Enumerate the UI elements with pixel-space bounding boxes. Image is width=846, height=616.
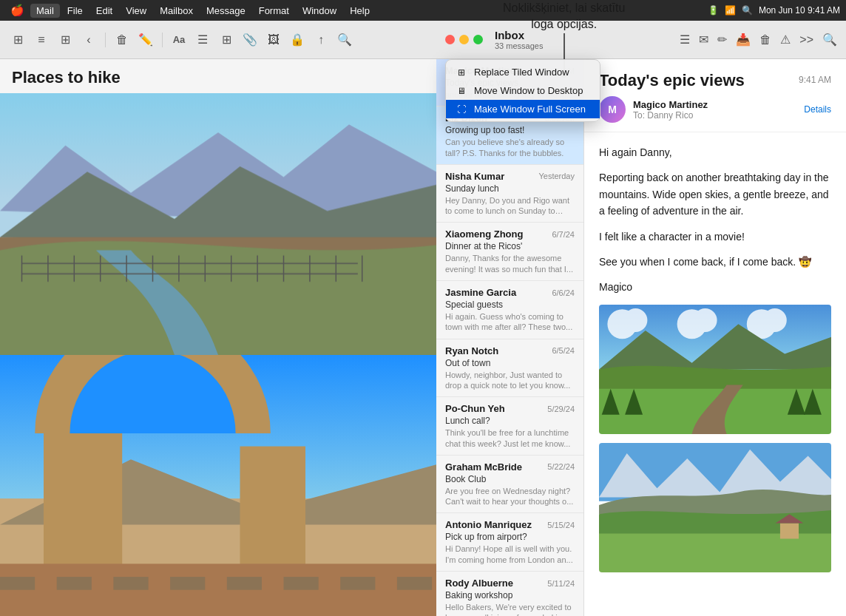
subject-3: Dinner at the Ricos' xyxy=(445,241,575,251)
sender-4: Jasmine Garcia xyxy=(445,287,516,298)
context-menu-fullscreen-label: Make Window Full Screen xyxy=(474,104,586,115)
email-body: Hi again Danny, Reporting back on anothe… xyxy=(584,132,846,616)
list-item[interactable]: Po-Chun Yeh 5/29/24 Lunch call? Think yo… xyxy=(436,397,583,456)
attach-icon[interactable]: 📎 xyxy=(241,31,259,49)
date-6: 5/29/24 xyxy=(547,405,575,413)
preview-8: Hi Danny! Hope all is well with you. I'm… xyxy=(445,544,575,565)
message-header-5: Ryan Notch 6/5/24 xyxy=(445,345,575,356)
context-menu-fullscreen[interactable]: ⛶ Make Window Full Screen xyxy=(446,100,600,118)
sender-name: Magico Martinez xyxy=(633,99,796,110)
window-controls xyxy=(445,35,483,44)
subject-7: Book Club xyxy=(445,474,575,484)
menubar-window[interactable]: Window xyxy=(297,4,342,18)
menubar-format[interactable]: Format xyxy=(253,4,295,18)
clock-display: Mon Jun 10 9:41 AM xyxy=(759,5,840,16)
search-left-icon[interactable]: 🔍 xyxy=(336,31,353,49)
photo-icon[interactable]: 🖼 xyxy=(265,31,282,49)
context-menu-replace-tiled[interactable]: ⊞ Replace Tiled Window xyxy=(446,63,600,81)
font-icon[interactable]: Aa xyxy=(170,31,188,49)
menubar-mailbox[interactable]: Mailbox xyxy=(154,4,199,18)
replace-tiled-icon: ⊞ xyxy=(455,67,468,78)
subject-6: Lunch call? xyxy=(445,416,575,426)
menubar-file[interactable]: File xyxy=(61,4,89,18)
list-item[interactable]: Xiaomeng Zhong 6/7/24 Dinner at the Rico… xyxy=(436,223,583,281)
right-panel: Inbox 33 messages ☰ ✉ ✏ 📥 🗑 ⚠ >> 🔍 ⊞ Rep… xyxy=(436,21,846,616)
indent-icon[interactable]: ☰ xyxy=(194,31,212,49)
body-line-2: Reporting back on another breathtaking d… xyxy=(599,169,831,219)
spam-icon[interactable]: ⚠ xyxy=(780,33,791,47)
menubar-edit[interactable]: Edit xyxy=(90,4,118,18)
more-icon[interactable]: >> xyxy=(799,33,813,47)
subject-5: Out of town xyxy=(445,358,575,368)
list-item[interactable]: Ryan Notch 6/5/24 Out of town Howdy, nei… xyxy=(436,339,583,398)
mail-icon[interactable]: ✉ xyxy=(699,33,708,47)
mail-header: Inbox 33 messages ☰ ✉ ✏ 📥 🗑 ⚠ >> 🔍 ⊞ Rep… xyxy=(436,21,846,59)
menubar-message[interactable]: Message xyxy=(200,4,251,18)
message-header-8: Antonio Manriquez 5/15/24 xyxy=(445,519,575,530)
sender-2: Nisha Kumar xyxy=(445,171,504,182)
list-item[interactable]: Rody Albuerne 5/11/24 Baking workshop He… xyxy=(436,572,583,616)
list-item[interactable]: Antonio Manriquez 5/15/24 Pick up from a… xyxy=(436,513,583,572)
date-5: 6/5/24 xyxy=(552,346,575,355)
archive-icon[interactable]: 📥 xyxy=(736,33,751,47)
mail-content: Magico Martinez 9:41 AM Today's epic vie… xyxy=(436,59,846,616)
email-subject: Today's epic views xyxy=(599,71,790,90)
subject-9: Baking workshop xyxy=(445,590,575,600)
mountain-river-photo xyxy=(0,93,436,355)
battery-icon: 🔋 xyxy=(708,5,719,16)
inbox-info: Inbox 33 messages xyxy=(495,29,543,50)
sender-avatar: M xyxy=(599,96,626,123)
preview-4: Hi again. Guess who's coming to town wit… xyxy=(445,311,575,333)
sender-to: To: Danny Rico xyxy=(633,110,796,121)
message-header-7: Graham McBride 5/22/24 xyxy=(445,461,575,473)
email-time: 9:41 AM xyxy=(799,75,831,85)
email-photo-alps xyxy=(599,443,831,572)
subject-8: Pick up from airport? xyxy=(445,532,575,542)
menubar-view[interactable]: View xyxy=(120,4,152,18)
main-area: ⊞ ≡ ⊞ ‹ 🗑 ✏️ Aa ☰ ⊞ 📎 🖼 🔒 ↑ 🔍 Places to … xyxy=(0,21,846,616)
message-header-6: Po-Chun Yeh 5/29/24 xyxy=(445,403,575,414)
filter-icon[interactable]: ☰ xyxy=(680,33,690,47)
email-sender-row: M Magico Martinez To: Danny Rico Details xyxy=(599,96,831,123)
email-subject-line: Today's epic views 9:41 AM xyxy=(599,71,831,90)
list-item[interactable]: Nisha Kumar Yesterday Sunday lunch Hey D… xyxy=(436,165,583,223)
sender-7: Graham McBride xyxy=(445,461,522,473)
sender-5: Ryan Notch xyxy=(445,345,498,356)
move-desktop-icon: 🖥 xyxy=(455,86,468,96)
back-icon[interactable]: ‹ xyxy=(80,31,98,49)
preview-1: Can you believe she's already so tall? P… xyxy=(445,137,575,158)
details-button[interactable]: Details xyxy=(804,104,831,115)
email-detail-header: Today's epic views 9:41 AM M Magico Mart… xyxy=(584,59,846,132)
fullscreen-icon: ⛶ xyxy=(455,104,468,115)
message-header-3: Xiaomeng Zhong 6/7/24 xyxy=(445,229,575,240)
menubar-help[interactable]: Help xyxy=(344,4,376,18)
message-list-container: Liz Dizon 8:02 AM Growing up too fast! C… xyxy=(436,106,583,616)
photo-container xyxy=(0,93,436,616)
search-mail-icon[interactable]: 🔍 xyxy=(822,33,837,47)
subject-1: Growing up too fast! xyxy=(445,125,575,135)
share-icon[interactable]: ↑ xyxy=(312,31,330,49)
context-menu-move-desktop[interactable]: 🖥 Move Window to Desktop xyxy=(446,81,600,100)
preview-3: Danny, Thanks for the awesome evening! I… xyxy=(445,253,575,274)
lock-icon[interactable]: 🔒 xyxy=(288,31,306,49)
list-view-icon[interactable]: ≡ xyxy=(33,31,50,49)
email-detail: Today's epic views 9:41 AM M Magico Mart… xyxy=(584,59,846,616)
compose-icon[interactable]: ✏️ xyxy=(137,31,155,49)
grid-view-icon[interactable]: ⊞ xyxy=(56,31,74,49)
preview-7: Are you free on Wednesday night? Can't w… xyxy=(445,486,575,507)
maximize-button[interactable] xyxy=(473,35,483,44)
inbox-title: Inbox xyxy=(495,29,543,41)
date-4: 6/6/24 xyxy=(552,288,575,297)
table-icon[interactable]: ⊞ xyxy=(217,31,235,49)
delete-icon[interactable]: 🗑 xyxy=(113,31,131,49)
trash-icon[interactable]: 🗑 xyxy=(759,33,771,47)
compose-mail-icon[interactable]: ✏ xyxy=(717,33,727,47)
close-button[interactable] xyxy=(445,35,455,44)
search-menu-icon[interactable]: 🔍 xyxy=(742,5,753,16)
list-item[interactable]: Jasmine Garcia 6/6/24 Special guests Hi … xyxy=(436,281,583,339)
sidebar-toggle-icon[interactable]: ⊞ xyxy=(9,31,27,49)
list-item[interactable]: Graham McBride 5/22/24 Book Club Are you… xyxy=(436,456,583,514)
menubar-mail[interactable]: Mail xyxy=(30,4,60,18)
apple-menu-icon[interactable]: 🍎 xyxy=(6,4,29,17)
minimize-button[interactable] xyxy=(459,35,469,44)
